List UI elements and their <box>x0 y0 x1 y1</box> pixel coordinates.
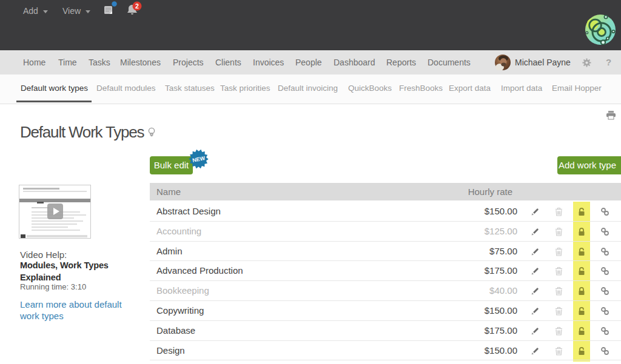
svg-text:2: 2 <box>135 2 139 10</box>
